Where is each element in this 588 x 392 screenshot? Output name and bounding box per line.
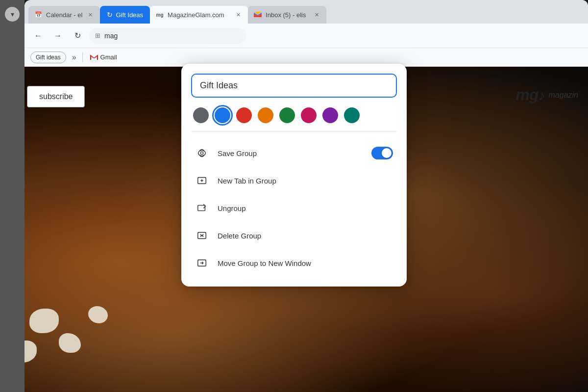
reload-button[interactable]: ↻ (70, 28, 85, 44)
navigation-bar: ← → ↻ ⊞ mag (24, 24, 588, 48)
flower-decoration (88, 306, 108, 323)
magazine-name: magazin (549, 91, 578, 100)
menu-item-move-window[interactable]: Move Group to New Window (191, 249, 397, 277)
tab-group-gift-ideas[interactable]: ↻ Gift Ideas (100, 6, 150, 24)
menu-item-new-tab[interactable]: New Tab in Group (191, 167, 397, 194)
flower-decoration (29, 309, 59, 333)
tab-inbox[interactable]: Inbox (5) - elis ✕ (248, 6, 326, 24)
flower-decoration (59, 333, 81, 353)
tab-close-calendar[interactable]: ✕ (86, 11, 94, 19)
save-group-label: Save Group (218, 149, 363, 157)
toggle-knob (382, 148, 392, 158)
bookmark-gift-ideas[interactable]: Gift ideas (30, 52, 66, 63)
address-text: mag (104, 32, 118, 40)
menu-item-ungroup[interactable]: Ungroup (191, 194, 397, 222)
color-picker (191, 107, 397, 123)
bookmarks-more-button[interactable]: » (70, 53, 78, 62)
menu-item-delete-group[interactable]: Delete Group (191, 222, 397, 249)
group-name-input-container[interactable] (191, 74, 397, 98)
tab-close-inbox[interactable]: ✕ (313, 11, 320, 19)
tab-bar: 📅 Calendar - el ✕ ↻ Gift Ideas mg Magazi… (24, 0, 588, 24)
tab-list-button[interactable]: ▾ (0, 0, 24, 392)
magazine-logo: mg♪ (516, 86, 545, 104)
sync-icon: ↻ (107, 11, 113, 19)
tab-close-magazine[interactable]: ✕ (234, 11, 242, 19)
browser-chrome: 📅 Calendar - el ✕ ↻ Gift Ideas mg Magazi… (24, 0, 588, 67)
bookmarks-divider (82, 52, 83, 62)
tab-calendar-label: Calendar - el (46, 11, 82, 19)
ungroup-label: Ungroup (218, 204, 393, 212)
ungroup-icon (195, 201, 209, 215)
menu-divider (191, 131, 397, 131)
color-orange[interactable] (258, 107, 273, 123)
svg-point-1 (200, 152, 203, 155)
save-group-toggle[interactable] (371, 147, 393, 159)
tab-magazine-label: MagazineGlam.com (168, 11, 224, 19)
calendar-favicon: 📅 (34, 11, 42, 19)
forward-button[interactable]: → (50, 28, 66, 44)
color-red[interactable] (236, 107, 252, 123)
subscribe-button[interactable]: subscribe (27, 86, 85, 107)
address-bar[interactable]: ⊞ mag (89, 28, 246, 44)
menu-item-save-group[interactable]: Save Group (191, 139, 397, 167)
bookmark-gmail[interactable]: Gmail (87, 52, 120, 63)
group-name-input[interactable] (200, 80, 388, 91)
gmail-bookmark-label: Gmail (100, 53, 117, 61)
back-button[interactable]: ← (30, 28, 46, 44)
tab-magazine[interactable]: mg MagazineGlam.com ✕ (150, 6, 248, 24)
gmail-favicon (254, 11, 262, 19)
new-tab-label: New Tab in Group (218, 177, 393, 185)
address-bar-icon: ⊞ (95, 32, 100, 39)
color-pink[interactable] (301, 107, 317, 123)
gmail-icon (90, 54, 98, 61)
new-tab-icon (195, 174, 209, 187)
color-purple[interactable] (322, 107, 338, 123)
color-green[interactable] (279, 107, 295, 123)
color-teal[interactable] (344, 107, 360, 123)
color-blue[interactable] (215, 107, 230, 123)
chevron-down-icon[interactable]: ▾ (5, 7, 20, 22)
tab-calendar[interactable]: 📅 Calendar - el ✕ (28, 6, 100, 24)
subscribe-area: subscribe (27, 86, 85, 107)
magazine-logo-area: mg♪ magazin (516, 86, 588, 104)
tab-group-context-menu: Save Group New Tab in Group Ungroup (181, 64, 407, 287)
move-window-label: Move Group to New Window (218, 259, 393, 267)
save-group-icon (195, 146, 209, 160)
color-grey[interactable] (193, 107, 209, 123)
tab-group-label: Gift Ideas (116, 11, 143, 19)
delete-group-label: Delete Group (218, 232, 393, 240)
tab-inbox-label: Inbox (5) - elis (266, 11, 306, 19)
delete-group-icon (195, 229, 209, 242)
move-window-icon (195, 256, 209, 270)
magazine-favicon: mg (156, 11, 164, 19)
